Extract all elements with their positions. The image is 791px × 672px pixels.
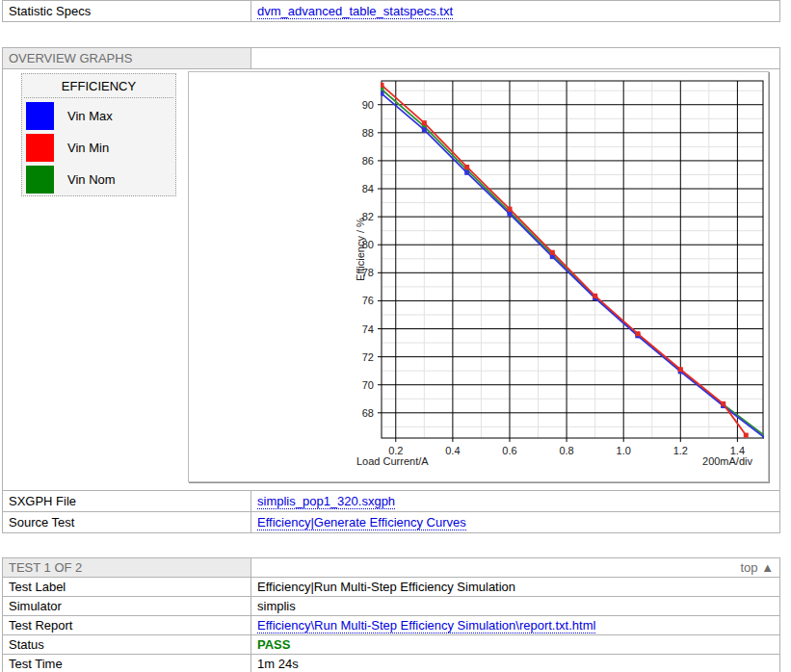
svg-text:86: 86	[362, 155, 374, 167]
table-row: Simulator simplis	[3, 597, 780, 616]
overview-graph-row: EFFICIENCY Vin Max Vin Min Vin Nom 0.20.…	[3, 69, 780, 491]
svg-text:0.8: 0.8	[559, 445, 573, 456]
arrow-up-icon: ▲	[761, 560, 774, 575]
svg-text:70: 70	[362, 379, 374, 391]
svg-text:74: 74	[362, 323, 374, 335]
svg-text:76: 76	[362, 295, 374, 306]
table-row: Test Time 1m 24s	[3, 655, 780, 672]
chart-legend: EFFICIENCY Vin Max Vin Min Vin Nom	[21, 73, 176, 196]
vin-nom-swatch	[26, 166, 54, 194]
source-test-link[interactable]: Efficiency|Generate Efficiency Curves	[257, 515, 466, 530]
legend-item-vin-nom: Vin Nom	[26, 165, 175, 194]
legend-item-vin-max: Vin Max	[26, 101, 175, 130]
sxgph-file-link[interactable]: simplis_pop1_320.sxgph	[257, 494, 395, 509]
table-row: Test Report Efficiency\Run Multi-Step Ef…	[3, 616, 780, 635]
legend-title: EFFICIENCY	[24, 74, 173, 98]
overview-table: OVERVIEW GRAPHS EFFICIENCY Vin Max Vin M…	[2, 47, 780, 533]
test-report-label: Test Report	[3, 616, 251, 635]
svg-text:0.6: 0.6	[502, 445, 516, 456]
test-header-row: TEST 1 OF 2 top ▲	[3, 558, 780, 578]
svg-text:84: 84	[362, 183, 374, 194]
svg-text:Load Current/A: Load Current/A	[356, 455, 429, 467]
vin-max-swatch	[26, 102, 54, 130]
test-label-value: Efficiency|Run Multi-Step Efficiency Sim…	[251, 578, 780, 597]
test-section-header: TEST 1 OF 2	[3, 558, 251, 578]
svg-text:1.2: 1.2	[673, 445, 688, 456]
simulator-label: Simulator	[3, 597, 251, 616]
test-time-label: Test Time	[3, 655, 251, 672]
table-row: Statistic Specs dvm_advanced_table_stats…	[3, 1, 780, 22]
test-time-value: 1m 24s	[251, 655, 780, 672]
svg-text:90: 90	[362, 99, 374, 111]
top-link[interactable]: top ▲	[251, 558, 780, 578]
statspecs-file-link[interactable]: dvm_advanced_table_statspecs.txt	[257, 4, 453, 19]
overview-header-row: OVERVIEW GRAPHS	[3, 48, 780, 69]
legend-item-vin-min: Vin Min	[26, 133, 175, 162]
legend-label: Vin Nom	[67, 172, 116, 187]
svg-text:72: 72	[362, 351, 374, 363]
simulator-value: simplis	[251, 597, 780, 616]
overview-header: OVERVIEW GRAPHS	[3, 48, 251, 69]
svg-text:88: 88	[362, 127, 374, 139]
sxgph-label: SXGPH File	[3, 491, 251, 512]
table-row: Status PASS	[3, 635, 780, 655]
stats-label: Statistic Specs	[3, 1, 251, 22]
source-test-label: Source Test	[3, 512, 251, 533]
vin-min-swatch	[26, 134, 54, 162]
test-table: TEST 1 OF 2 top ▲ Test Label Efficiency|…	[2, 557, 780, 672]
table-row: Test Label Efficiency|Run Multi-Step Eff…	[3, 578, 780, 597]
legend-label: Vin Min	[67, 141, 109, 155]
status-label: Status	[3, 635, 251, 655]
test-report-link[interactable]: Efficiency\Run Multi-Step Efficiency Sim…	[257, 618, 595, 633]
efficiency-chart: 0.20.40.60.81.01.21.46870727476788082848…	[188, 71, 769, 482]
stats-table: Statistic Specs dvm_advanced_table_stats…	[2, 0, 780, 22]
svg-text:Efficiency / %: Efficiency / %	[355, 218, 366, 281]
status-badge: PASS	[251, 635, 780, 655]
svg-text:1.0: 1.0	[617, 445, 631, 456]
table-row: Source Test Efficiency|Generate Efficien…	[3, 512, 780, 533]
table-row: SXGPH File simplis_pop1_320.sxgph	[3, 491, 780, 512]
svg-text:0.4: 0.4	[445, 445, 460, 456]
svg-text:68: 68	[362, 407, 374, 419]
legend-label: Vin Max	[67, 109, 113, 123]
svg-text:200mA/div: 200mA/div	[702, 455, 752, 467]
test-label-label: Test Label	[3, 578, 251, 597]
efficiency-plot: 0.20.40.60.81.01.21.46870727476788082848…	[189, 72, 768, 481]
